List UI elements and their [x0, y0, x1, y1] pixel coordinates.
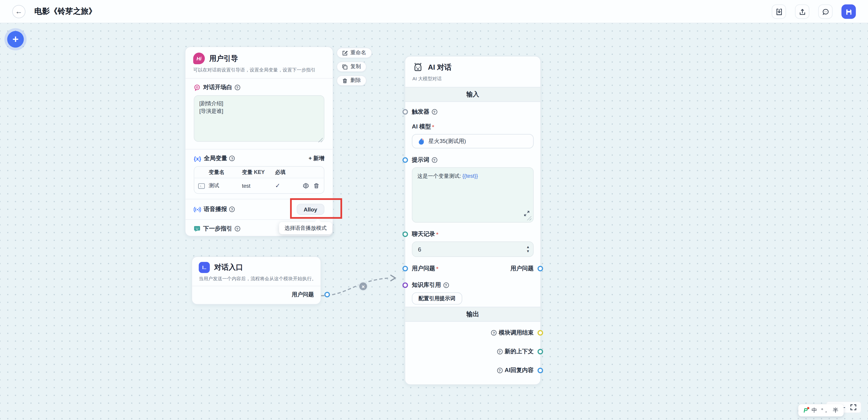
- input-port-question[interactable]: [402, 266, 408, 271]
- output-port[interactable]: [324, 292, 330, 297]
- variable-braces-icon: {x}: [194, 155, 201, 161]
- help-icon[interactable]: ?: [229, 156, 235, 161]
- input-port-prompt[interactable]: [402, 157, 408, 162]
- input-section-header: 输入: [405, 87, 540, 102]
- output-port-context[interactable]: [537, 349, 543, 354]
- copy-button[interactable]: 复制: [337, 62, 367, 72]
- entry-desc: 当用户发送一个内容后，流程将会从这个模块开始执行。: [199, 276, 314, 282]
- output-row-finish: ? 模块调用结束: [412, 329, 534, 336]
- model-value: 星火35(测试用): [429, 137, 466, 145]
- node-user-guide[interactable]: Hi 用户引导 可以在对话前设置引导语，设置全局变量，设置下一步指引 对话开场白…: [185, 47, 333, 237]
- remove-connection-button[interactable]: ×: [358, 281, 368, 291]
- guide-subtitle: 可以在对话前设置引导语，设置全局变量，设置下一步指引: [193, 67, 325, 73]
- col-required: 必填: [275, 169, 299, 176]
- required-star: *: [436, 266, 438, 272]
- page-title: 电影《铃芽之旅》: [34, 6, 96, 16]
- tts-tooltip: 选择语音播放模式: [279, 222, 332, 234]
- help-icon[interactable]: ?: [432, 109, 437, 115]
- spinner-down-icon[interactable]: ▼: [526, 250, 530, 253]
- next-guide-label: 下一步指引: [203, 225, 232, 233]
- export-icon: [799, 8, 806, 16]
- spinner-up-icon[interactable]: ▲: [526, 245, 530, 248]
- output-port-question[interactable]: [537, 266, 543, 271]
- prompt-text: 这是一个变量测试:: [417, 173, 462, 179]
- opening-section: 对话开场白 ? [剧情介绍] [导演是谁]: [185, 79, 333, 149]
- input-port-trigger[interactable]: [402, 109, 408, 115]
- history-row: 聊天记录 *: [412, 231, 534, 238]
- save-button[interactable]: [841, 4, 856, 19]
- output-label: 模块调用结束: [499, 329, 534, 336]
- help-icon[interactable]: ?: [497, 349, 502, 354]
- history-number-input[interactable]: 6 ▲ ▼: [412, 242, 534, 257]
- output-port-answer[interactable]: [537, 368, 543, 373]
- flow-canvas[interactable]: × + Hi 用户引导 可以在对话前设置引导语，设置全局变量，设置下一步指引: [0, 23, 868, 420]
- delete-button[interactable]: 删除: [337, 75, 367, 86]
- help-icon[interactable]: ?: [235, 85, 240, 90]
- expand-icon[interactable]: [524, 210, 530, 219]
- tts-label: 语音播报: [204, 205, 227, 213]
- ime-lang-toggle[interactable]: 中: [812, 407, 817, 414]
- number-spinner: ▲ ▼: [526, 242, 530, 257]
- entry-title: 对话入口: [214, 263, 243, 273]
- add-variable-button[interactable]: + 新增: [309, 154, 324, 162]
- prompt-textarea[interactable]: 这是一个变量测试: {{test}}: [412, 167, 534, 222]
- model-label: AI 模型: [412, 123, 431, 131]
- back-button[interactable]: ←: [12, 5, 26, 18]
- delete-label: 删除: [350, 77, 361, 84]
- model-select[interactable]: 星火35(测试用): [412, 134, 534, 149]
- opening-textarea[interactable]: [剧情介绍] [导演是谁]: [194, 95, 324, 142]
- ai-subtitle: AI 大模型对话: [412, 76, 533, 82]
- var-key: test: [242, 183, 275, 189]
- guide-header: Hi 用户引导 可以在对话前设置引导语，设置全局变量，设置下一步指引: [185, 47, 333, 78]
- gear-icon[interactable]: [303, 183, 309, 189]
- close-icon: ×: [362, 283, 365, 289]
- kb-config-button[interactable]: 配置引用提示词: [412, 293, 462, 305]
- node-ai-chat[interactable]: AI 对话 AI 大模型对话 输入 触发器 ? AI 模型 *: [405, 56, 541, 385]
- output-port-finish[interactable]: [537, 330, 543, 335]
- output-label: 新的上下文: [505, 348, 534, 356]
- fullscreen-icon[interactable]: [850, 404, 857, 410]
- edit-icon: [342, 50, 347, 56]
- copy-label: 复制: [350, 63, 361, 70]
- import-button[interactable]: [772, 4, 786, 19]
- kb-row: 知识库引用 ?: [412, 281, 534, 289]
- ime-logo-icon[interactable]: P: [804, 407, 808, 414]
- input-type-icon: I..: [198, 183, 205, 188]
- help-icon[interactable]: ?: [497, 368, 502, 373]
- robot-icon: [412, 62, 424, 73]
- tts-section: 语音播报 ? Alloy: [185, 199, 333, 219]
- ai-output-body: ? 模块调用结束 ? 新的上下文 ? AI回复内容: [405, 322, 540, 377]
- voice-broadcast-icon: [194, 206, 201, 212]
- help-icon[interactable]: ?: [432, 157, 437, 162]
- help-icon[interactable]: ?: [443, 282, 448, 288]
- ime-punct-toggle[interactable]: °，: [821, 407, 829, 414]
- input-port-kb[interactable]: [402, 282, 408, 288]
- model-label-row: AI 模型 *: [412, 123, 534, 131]
- variables-label: 全局变量: [204, 154, 227, 162]
- tooltip-text: 选择语音播放模式: [284, 224, 327, 232]
- prompt-label: 提示词: [412, 156, 429, 164]
- import-icon: [775, 8, 782, 16]
- var-name: 测试: [209, 182, 242, 189]
- export-button[interactable]: [795, 4, 809, 19]
- table-row: I.. 测试 test ✓: [194, 178, 324, 193]
- chat-test-button[interactable]: [818, 4, 833, 19]
- ai-title: AI 对话: [428, 63, 452, 72]
- trigger-label: 触发器: [412, 108, 429, 116]
- back-arrow-icon: ←: [15, 8, 22, 15]
- help-icon[interactable]: ?: [491, 330, 497, 335]
- variables-table: 变量名 变量 KEY 必填 I.. 测试 test ✓: [194, 166, 324, 194]
- trash-icon[interactable]: [313, 183, 319, 189]
- input-port-history[interactable]: [402, 231, 408, 237]
- tts-voice-select[interactable]: Alloy: [297, 204, 324, 215]
- help-icon[interactable]: ?: [229, 207, 235, 212]
- required-check-icon: ✓: [275, 182, 299, 189]
- prompt-variable-token: {{test}}: [462, 173, 478, 179]
- node-chat-entry[interactable]: I.. 对话入口 当用户发送一个内容后，流程将会从这个模块开始执行。 用户问题: [191, 257, 321, 305]
- rename-button[interactable]: 重命名: [337, 48, 372, 58]
- ime-width-toggle[interactable]: 半: [833, 407, 838, 414]
- heart-bubble-icon: [194, 84, 200, 91]
- add-node-button[interactable]: +: [7, 31, 24, 48]
- topbar-actions: [772, 4, 856, 19]
- help-icon[interactable]: ?: [235, 226, 240, 231]
